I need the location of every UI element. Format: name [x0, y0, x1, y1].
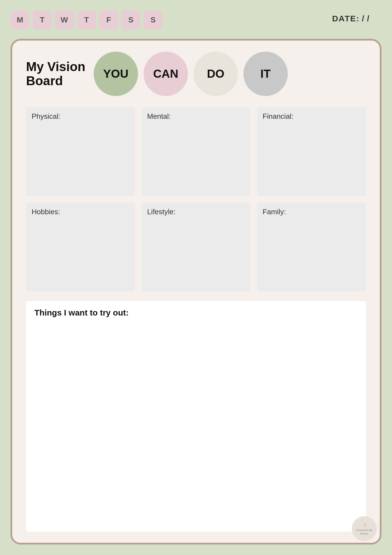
day-bar: MTWTFSS	[11, 11, 162, 29]
financial-section: Financial:	[257, 107, 366, 196]
mental-section: Mental:	[142, 107, 251, 196]
hobbies-section: Hobbies:	[26, 203, 135, 291]
day-pill-w-2[interactable]: W	[55, 11, 74, 29]
watermark: ☽ ENVISION ME Planner	[352, 516, 377, 541]
watermark-line1: ENVISION ME	[356, 529, 372, 532]
watermark-icon: ☽	[362, 522, 366, 528]
header-row: My Vision Board YOUCANDOIT	[26, 52, 366, 96]
family-section: Family:	[257, 203, 366, 291]
physical-section: Physical:	[26, 107, 135, 196]
bubble-do: DO	[194, 52, 238, 96]
try-out-label: Things I want to try out:	[34, 308, 358, 317]
day-pill-s-5[interactable]: S	[121, 11, 140, 29]
date-separator1: /	[362, 14, 365, 23]
main-card: My Vision Board YOUCANDOIT Physical: Men…	[11, 39, 381, 544]
mental-label: Mental:	[147, 112, 245, 121]
lifestyle-label: Lifestyle:	[147, 208, 245, 216]
bottom-grid-row: Hobbies: Lifestyle: Family:	[26, 203, 366, 291]
motivational-bubbles: YOUCANDOIT	[94, 52, 288, 96]
lifestyle-section: Lifestyle:	[142, 203, 251, 291]
date-area: DATE: / /	[332, 14, 370, 23]
date-separator2: /	[367, 14, 370, 23]
day-pill-t-3[interactable]: T	[77, 11, 96, 29]
watermark-line2: Planner	[360, 532, 368, 536]
day-pill-t-1[interactable]: T	[33, 11, 52, 29]
bubble-it: IT	[243, 52, 288, 96]
bubble-you: YOU	[94, 52, 138, 96]
top-grid-row: Physical: Mental: Financial:	[26, 107, 366, 196]
day-pill-f-4[interactable]: F	[99, 11, 118, 29]
day-pill-m-0[interactable]: M	[11, 11, 29, 29]
financial-label: Financial:	[263, 112, 360, 121]
vision-board-title: My Vision Board	[26, 60, 85, 88]
day-pill-s-6[interactable]: S	[144, 11, 162, 29]
bubble-can: CAN	[144, 52, 188, 96]
try-out-box: Things I want to try out:	[26, 301, 366, 532]
family-label: Family:	[263, 208, 360, 216]
date-label: DATE:	[332, 14, 360, 23]
hobbies-label: Hobbies:	[32, 208, 129, 216]
physical-label: Physical:	[32, 112, 129, 121]
